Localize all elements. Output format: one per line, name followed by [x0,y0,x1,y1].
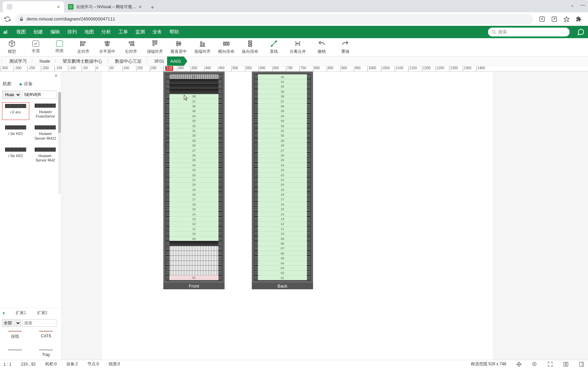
rack-slot[interactable]: 33 [169,119,218,123]
rack-slot[interactable]: 11 [169,226,218,231]
rack-unit-row[interactable]: 33 [255,119,310,123]
menu-arrange[interactable]: 排列 [67,29,77,35]
rack-slot[interactable] [169,251,218,256]
minimize-icon[interactable]: — [581,2,585,7]
rack-unit-row[interactable]: 32 [166,123,222,128]
tab-device[interactable]: ▶ 设备 [20,81,33,87]
rack-unit-row[interactable]: 06 [255,251,310,256]
rack-slot[interactable]: 37 [258,99,307,104]
rack-unit-row[interactable]: 11 [166,226,222,231]
rack-unit-row[interactable]: 23 [255,167,310,172]
tool-align-hcenter[interactable]: 水平居中 [95,38,119,57]
rack-slot[interactable]: 33 [258,119,307,123]
rack-unit-row[interactable]: 05 [255,256,310,260]
rack-unit-row[interactable]: 10 [255,231,310,236]
zoom-in-icon[interactable] [532,361,538,367]
rack-slot[interactable]: 30 [169,133,218,138]
rack-unit-row[interactable]: 30 [255,133,310,138]
crumb-current[interactable]: AA01 [167,57,187,66]
rack-unit-row[interactable]: 22 [166,172,222,177]
rack-slot[interactable]: 31 [258,128,307,133]
crumb-item[interactable]: 数据中心三层 [112,57,145,66]
menu-edit[interactable]: 编辑 [50,29,60,35]
rack-unit-row[interactable]: 02 [255,271,310,275]
rack-slot[interactable]: 42 [258,74,307,79]
fit-icon[interactable] [547,361,553,367]
app-search-input[interactable]: 搜索 [488,28,570,36]
rack-slot[interactable]: 34 [258,113,307,118]
rack-unit-row[interactable]: 27 [166,148,222,153]
rack-slot[interactable]: 26 [169,153,218,157]
rack-unit-row[interactable]: 42 [166,74,222,79]
rack-unit-row[interactable]: 03 [255,265,310,270]
rack-slot[interactable]: 05 [258,256,307,260]
rack-slot[interactable]: 29 [169,138,218,143]
tool-align-bottom[interactable]: 底端对齐 [191,38,214,57]
rack-unit-row[interactable] [166,261,222,265]
rack-unit-row[interactable]: 29 [166,138,222,143]
device-search-input[interactable] [22,91,56,99]
rack-unit-row[interactable]: 10 [166,231,222,236]
rack-slot[interactable]: 09 [169,236,218,241]
rack-unit-row[interactable] [166,84,222,89]
cable-type-select[interactable]: 全部 [2,319,21,327]
rack-unit-row[interactable]: 09 [255,236,310,241]
dropdown-icon[interactable]: ▾ [3,310,5,316]
rack-unit-row[interactable]: 20 [166,182,222,187]
rack-slot[interactable]: 22 [169,172,218,177]
rack-slot[interactable]: 03 [258,265,307,270]
rack-unit-row[interactable]: 13 [166,216,222,221]
rack-unit-row[interactable]: 30 [166,133,222,138]
menu-business[interactable]: 业务 [152,29,162,35]
rack-unit-row[interactable]: 19 [255,187,310,192]
rack-slot[interactable]: 17 [258,197,307,202]
browser-tab-1[interactable]: × [3,1,64,12]
rack-unit-row[interactable]: 24 [166,163,222,167]
rack-slot[interactable] [169,271,218,275]
scrollbar[interactable] [58,92,61,194]
rack-unit-row[interactable]: 16 [255,202,310,206]
rack-slot[interactable]: 16 [258,202,307,206]
rack-slot[interactable]: 13 [258,216,307,221]
rack-unit-row[interactable]: 12 [255,221,310,226]
tab-rack[interactable]: 机柜 [3,81,12,87]
rack-slot[interactable]: 25 [169,158,218,163]
rack-unit-row[interactable]: 32 [255,123,310,128]
rack-slot[interactable]: 22 [258,172,307,177]
rack-unit-row[interactable]: 28 [255,143,310,148]
rack-slot[interactable]: 38 [258,94,307,99]
crumb-item[interactable]: 测试学习 [6,57,30,66]
rack-slot[interactable]: 13 [169,216,218,221]
rack-slot[interactable]: 36 [169,104,218,108]
rack-slot[interactable] [169,84,218,89]
rack-slot[interactable]: 07 [258,246,307,251]
rack-slot[interactable]: 28 [258,143,307,148]
rack-slot[interactable]: 27 [169,148,218,153]
rack-slot[interactable]: 02 [258,271,307,275]
chevron-down-icon[interactable]: ⌄ [570,2,574,7]
rack-unit-row[interactable] [166,246,222,251]
close-icon[interactable]: × [57,4,60,10]
panel-icon[interactable] [578,361,585,367]
cable-item[interactable]: CAT6 [39,331,53,339]
rack-slot[interactable]: 17 [169,197,218,202]
omnibox[interactable]: demo.nvisual.com/diagram/24000000047111 [15,14,533,24]
rack-unit-row[interactable]: 40 [255,84,310,89]
device-item[interactable]: i F erv [2,102,29,120]
close-icon[interactable]: × [55,73,58,78]
rack-unit-row[interactable]: 18 [166,192,222,197]
rack-slot[interactable]: 35 [258,109,307,113]
rack-slot[interactable]: 24 [258,163,307,167]
menu-help[interactable]: 帮助 [169,29,179,35]
rack-slot[interactable]: 15 [169,207,218,212]
tool-line[interactable]: 直线 [262,38,286,57]
rack-slot[interactable]: 23 [169,167,218,172]
rack-slot[interactable]: 26 [258,153,307,157]
rack-unit-row[interactable]: 17 [255,197,310,202]
rack-slot[interactable] [169,256,218,260]
tool-model[interactable]: 模型 [0,38,24,57]
rack-slot[interactable]: 36 [258,104,307,108]
rack-unit-row[interactable]: 39 [255,89,310,94]
rack-slot[interactable]: 12 [169,221,218,226]
rack-unit-row[interactable]: 35 [255,109,310,113]
